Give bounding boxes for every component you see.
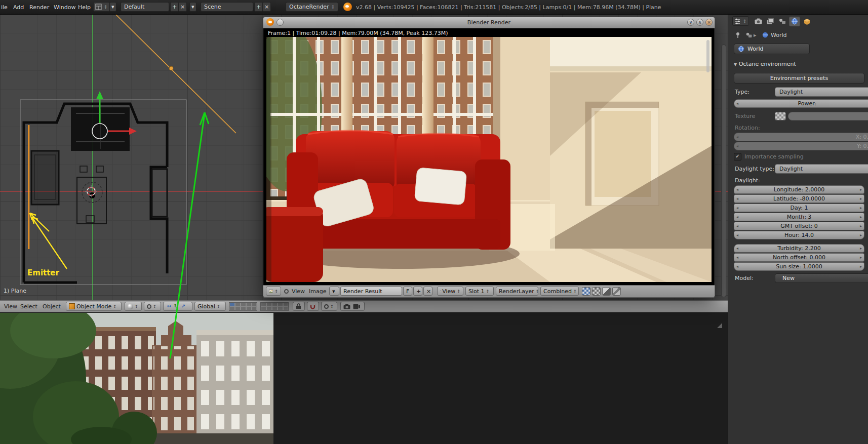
tab-render[interactable] bbox=[753, 16, 764, 26]
image-browse-button[interactable]: ▾ bbox=[329, 287, 339, 296]
updown-icon: ↕ bbox=[104, 5, 108, 10]
render-layer-dropdown[interactable]: RenderLayer↕ bbox=[496, 287, 538, 296]
render-camera-icon bbox=[755, 18, 762, 24]
environment-presets-button[interactable]: Environment presets bbox=[734, 73, 864, 84]
active-layer[interactable] bbox=[230, 303, 234, 306]
render-menu-view[interactable]: View bbox=[292, 288, 305, 295]
sun-size-slider[interactable]: ◂Sun size: 1.0000▸ bbox=[734, 262, 864, 271]
window-maximize-button[interactable]: ∧ bbox=[696, 19, 703, 26]
environment-type-dropdown[interactable]: Daylight bbox=[775, 87, 868, 97]
menu-file[interactable]: ile bbox=[1, 4, 8, 11]
pin-toggle-icon[interactable] bbox=[284, 289, 289, 294]
render-shortcut-buttons[interactable] bbox=[340, 302, 365, 311]
manipulator-toggles[interactable]: ↔ ↻ ↗ bbox=[163, 302, 192, 311]
turbidity-slider[interactable]: ◂Turbidity: 2.200▸ bbox=[734, 244, 864, 253]
day-slider[interactable]: ◂Day: 1▸ bbox=[734, 204, 864, 212]
editor-corner-widget[interactable] bbox=[717, 323, 722, 328]
texture-checker-button[interactable] bbox=[775, 112, 786, 120]
menu-help[interactable]: Help bbox=[78, 4, 91, 11]
sun-handle[interactable] bbox=[169, 66, 173, 70]
daylight-type-dropdown[interactable]: Daylight bbox=[775, 164, 868, 174]
snap-toggle-button[interactable] bbox=[307, 302, 319, 311]
importance-sampling-checkbox[interactable]: ✓ bbox=[734, 153, 741, 160]
viewport-menu-view[interactable]: View bbox=[4, 303, 17, 310]
viewport-scrollbar[interactable] bbox=[721, 45, 726, 297]
zbuffer-toggle[interactable] bbox=[602, 287, 611, 296]
layout-delete-button[interactable]: × bbox=[178, 2, 187, 12]
world-datablock-field[interactable]: World bbox=[734, 44, 810, 54]
scene-icon bbox=[779, 18, 786, 24]
image-datablock-field[interactable]: Render Result bbox=[340, 287, 402, 296]
render-image-scrollbar[interactable] bbox=[706, 40, 709, 72]
model-new-button[interactable]: New bbox=[775, 273, 868, 283]
viewport-menu-select[interactable]: Select bbox=[20, 303, 37, 310]
world-icon bbox=[738, 46, 744, 52]
breadcrumb-world-icon bbox=[760, 30, 771, 40]
month-slider[interactable]: ◂Month: 3▸ bbox=[734, 213, 864, 221]
power-slider[interactable]: ◂ Power: ▸ bbox=[734, 99, 868, 108]
longitude-slider[interactable]: ◂Longitude: 2.0000▸ bbox=[734, 185, 864, 194]
render-engine-dropdown[interactable]: OctaneRender↕ bbox=[286, 2, 338, 12]
rotate-axis-icon[interactable]: ↻ bbox=[173, 303, 179, 309]
render-pass-dropdown[interactable]: Combined↕ bbox=[540, 287, 579, 296]
viewport-menu-object[interactable]: Object bbox=[43, 303, 61, 310]
latitude-slider[interactable]: ◂Latitude: -80.0000▸ bbox=[734, 194, 864, 203]
breadcrumb-world-label: World bbox=[771, 32, 787, 38]
fake-user-button[interactable]: F bbox=[403, 287, 412, 296]
tab-world[interactable] bbox=[789, 16, 800, 26]
snap-element-dropdown[interactable]: ↕ bbox=[321, 302, 337, 311]
display-mode-dropdown[interactable]: View↕ bbox=[437, 287, 463, 296]
properties-editor-type-button[interactable]: ↕ bbox=[732, 16, 749, 26]
image-new-button[interactable]: + bbox=[413, 287, 422, 296]
blender-app: ile Add Render Window Help ↕ ▾ Default +… bbox=[0, 0, 868, 444]
alpha-checker-toggle[interactable] bbox=[582, 287, 590, 296]
scene-add-button[interactable]: + bbox=[254, 2, 263, 12]
cabinet-plan[interactable] bbox=[31, 151, 59, 205]
lock-to-scene-button[interactable] bbox=[293, 302, 305, 311]
layer-buttons[interactable] bbox=[229, 302, 289, 311]
cursor-3d[interactable] bbox=[85, 185, 97, 197]
color-management-toggle[interactable] bbox=[612, 287, 621, 296]
menu-add[interactable]: Add bbox=[13, 4, 24, 11]
wall-niche bbox=[152, 169, 167, 217]
gmt-offset-slider[interactable]: ◂GMT offset: 0▸ bbox=[734, 222, 864, 230]
section-octane-environment[interactable]: ▼ Octane environment bbox=[734, 61, 796, 67]
tab-scene[interactable] bbox=[777, 16, 788, 26]
layout-add-button[interactable]: + bbox=[170, 2, 179, 12]
pin-id-button[interactable] bbox=[732, 30, 743, 40]
menu-render[interactable]: Render bbox=[29, 4, 49, 11]
window-close-button[interactable]: × bbox=[705, 19, 713, 26]
image-unlink-button[interactable]: × bbox=[423, 287, 432, 296]
updown-icon: ↕ bbox=[331, 5, 335, 10]
menu-window[interactable]: Window bbox=[54, 4, 75, 11]
render-window[interactable]: Blender Render ∨ ∧ × Frame:1 | Time:01:0… bbox=[263, 17, 715, 298]
pivot-dropdown[interactable]: ↕ bbox=[144, 302, 161, 311]
translate-axis-icon[interactable]: ↔ bbox=[166, 303, 172, 309]
rotation-y-slider[interactable]: ◂Y: 0.0 bbox=[734, 142, 868, 150]
layout-browse-button[interactable]: ▾ bbox=[109, 2, 116, 12]
scene-delete-button[interactable]: × bbox=[262, 2, 271, 12]
tab-render-layers[interactable] bbox=[765, 16, 776, 26]
scene-name-field[interactable]: Scene bbox=[201, 2, 253, 12]
north-offset-slider[interactable]: ◂North offset: 0.000▸ bbox=[734, 253, 864, 262]
alpha-toggle[interactable] bbox=[592, 287, 601, 296]
slot-dropdown[interactable]: Slot 1↕ bbox=[465, 287, 494, 296]
editor-type-button[interactable]: ↕ bbox=[266, 287, 281, 296]
orientation-dropdown[interactable]: Global ↕ bbox=[194, 302, 226, 311]
hour-slider[interactable]: ◂Hour: 14.0▸ bbox=[734, 231, 864, 239]
tab-object[interactable] bbox=[801, 16, 812, 26]
viewport-shading-dropdown[interactable]: ↕ bbox=[125, 302, 142, 311]
render-menu-image[interactable]: Image bbox=[309, 288, 326, 295]
render-window-titlebar[interactable]: Blender Render ∨ ∧ × bbox=[263, 17, 715, 28]
window-minimize-button[interactable]: ∨ bbox=[687, 19, 694, 26]
texture-field[interactable] bbox=[788, 112, 868, 120]
editor-type-button[interactable]: ↕ bbox=[93, 2, 110, 12]
render-anim-icon bbox=[353, 304, 360, 309]
scale-axis-icon[interactable]: ↗ bbox=[180, 303, 186, 309]
scene-browse-button[interactable]: ▾ bbox=[189, 2, 196, 12]
uv-image-editor[interactable] bbox=[0, 312, 728, 444]
render-window-title: Blender Render bbox=[263, 19, 715, 26]
layout-name-field[interactable]: Default bbox=[121, 2, 169, 12]
mode-dropdown[interactable]: Object Mode ↕ bbox=[66, 302, 122, 311]
rotation-x-slider[interactable]: ◂X: 0.0 bbox=[734, 133, 868, 141]
